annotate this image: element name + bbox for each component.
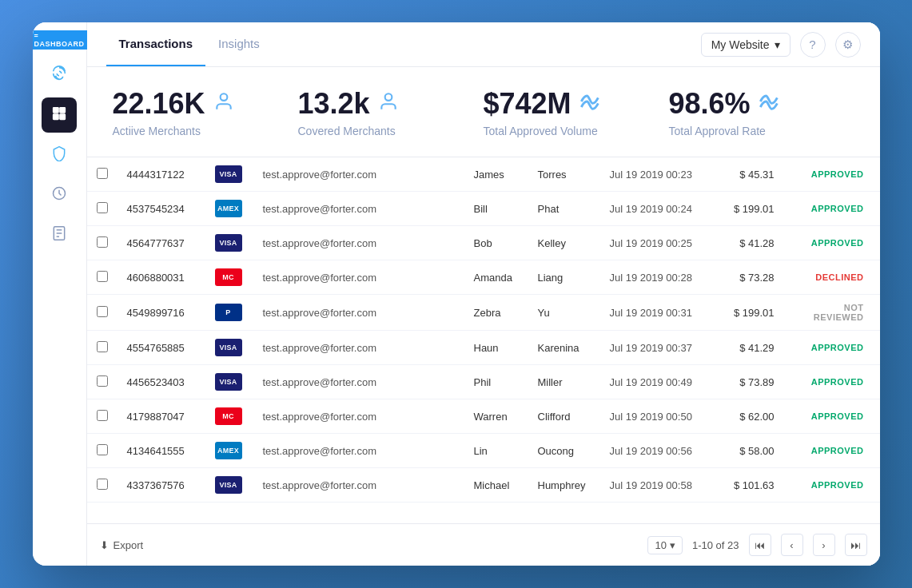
email: test.approve@forter.com bbox=[253, 226, 464, 260]
email: test.approve@forter.com bbox=[253, 434, 464, 468]
transaction-amount: $ 41.28 bbox=[720, 226, 784, 260]
app-shell: = DASHBOARD bbox=[33, 22, 880, 566]
transaction-date: Jul 19 2019 00:23 bbox=[600, 157, 720, 192]
row-checkbox[interactable] bbox=[97, 444, 108, 455]
card-type: VISA bbox=[205, 365, 253, 399]
transaction-id: 4537545234 bbox=[117, 192, 205, 226]
fingerprint-icon bbox=[50, 65, 68, 86]
tab-transactions[interactable]: Transactions bbox=[106, 22, 206, 66]
stat-total-approval-rate: 98.6% Total Approval Rate bbox=[669, 89, 854, 137]
transaction-id: 4554765885 bbox=[117, 331, 205, 365]
row-checkbox-cell bbox=[87, 226, 117, 260]
export-button[interactable]: ⬇ Export bbox=[100, 539, 144, 551]
row-checkbox[interactable] bbox=[97, 375, 108, 387]
clock-icon bbox=[51, 185, 67, 205]
covered-merchants-value: 13.2k bbox=[298, 89, 370, 118]
card-type: VISA bbox=[205, 226, 253, 260]
first-name: James bbox=[464, 157, 528, 192]
next-page-button[interactable]: › bbox=[813, 534, 835, 556]
last-page-button[interactable]: ⏭ bbox=[845, 534, 867, 556]
transaction-amount: $ 62.00 bbox=[720, 399, 784, 434]
sidebar-item-shield[interactable] bbox=[42, 137, 77, 173]
help-button[interactable]: ? bbox=[800, 32, 826, 58]
transaction-amount: $ 41.29 bbox=[720, 331, 784, 365]
transaction-id: 4179887047 bbox=[117, 399, 205, 434]
last-name: Liang bbox=[528, 260, 600, 295]
row-checkbox-cell bbox=[87, 468, 117, 503]
pagination: 10 ▾ 1-10 of 23 ⏮ ‹ › ⏭ bbox=[647, 534, 866, 556]
first-page-icon: ⏮ bbox=[755, 539, 765, 551]
row-checkbox[interactable] bbox=[97, 236, 108, 248]
table-footer: ⬇ Export 10 ▾ 1-10 of 23 ⏮ ‹ bbox=[87, 523, 880, 566]
transaction-id: 4606880031 bbox=[117, 260, 205, 295]
transaction-status: APPROVED bbox=[784, 434, 880, 468]
table-row: 4564777637 VISA test.approve@forter.com … bbox=[87, 226, 880, 260]
transactions-table: 4444317122 VISA test.approve@forter.com … bbox=[87, 157, 880, 503]
svg-rect-2 bbox=[54, 113, 59, 119]
email: test.approve@forter.com bbox=[253, 468, 464, 503]
email: test.approve@forter.com bbox=[253, 260, 464, 295]
row-checkbox[interactable] bbox=[97, 202, 108, 213]
next-icon: › bbox=[822, 539, 825, 551]
prev-page-button[interactable]: ‹ bbox=[781, 534, 803, 556]
page-size-selector[interactable]: 10 ▾ bbox=[647, 536, 682, 554]
table-row: 4606880031 MC test.approve@forter.com Am… bbox=[87, 260, 880, 295]
page-size-value: 10 bbox=[655, 539, 666, 551]
stat-active-merchants: 22.16K Actiive Merchants bbox=[113, 89, 298, 137]
row-checkbox[interactable] bbox=[97, 410, 108, 421]
first-name: Zebra bbox=[464, 295, 528, 331]
sidebar-item-dashboard[interactable] bbox=[42, 97, 77, 133]
active-merchants-label: Actiive Merchants bbox=[113, 125, 201, 137]
download-icon: ⬇ bbox=[100, 539, 109, 551]
card-type: P bbox=[205, 295, 253, 331]
table-row: 4337367576 VISA test.approve@forter.com … bbox=[87, 468, 880, 503]
reports-icon bbox=[51, 225, 67, 245]
transaction-date: Jul 19 2019 00:49 bbox=[600, 365, 720, 399]
transaction-id: 4337367576 bbox=[117, 468, 205, 503]
sidebar-item-reports[interactable] bbox=[42, 217, 77, 252]
row-checkbox[interactable] bbox=[97, 168, 108, 179]
row-checkbox[interactable] bbox=[97, 271, 108, 282]
dashboard-badge: = DASHBOARD bbox=[33, 30, 90, 50]
transaction-status: APPROVED bbox=[784, 157, 880, 192]
email: test.approve@forter.com bbox=[253, 331, 464, 365]
page-size-chevron: ▾ bbox=[670, 539, 675, 551]
first-page-button[interactable]: ⏮ bbox=[749, 534, 771, 556]
row-checkbox-cell bbox=[87, 192, 117, 226]
active-merchants-value: 22.16K bbox=[113, 89, 205, 118]
transaction-id: 4444317122 bbox=[117, 157, 205, 192]
email: test.approve@forter.com bbox=[253, 192, 464, 226]
row-checkbox[interactable] bbox=[97, 341, 108, 352]
sidebar: = DASHBOARD bbox=[33, 22, 87, 566]
svg-rect-0 bbox=[54, 107, 59, 113]
table-row: 4179887047 MC test.approve@forter.com Wa… bbox=[87, 399, 880, 434]
prev-icon: ‹ bbox=[790, 539, 793, 551]
transaction-id: 4564777637 bbox=[117, 226, 205, 260]
table-row: 4456523403 VISA test.approve@forter.com … bbox=[87, 365, 880, 399]
email: test.approve@forter.com bbox=[253, 157, 464, 192]
row-checkbox[interactable] bbox=[97, 306, 108, 317]
card-type: AMEX bbox=[205, 434, 253, 468]
row-checkbox-cell bbox=[87, 157, 117, 192]
transaction-amount: $ 199.01 bbox=[720, 192, 784, 226]
total-approval-rate-label: Total Approval Rate bbox=[669, 125, 766, 137]
tab-insights[interactable]: Insights bbox=[205, 22, 273, 66]
first-name: Bob bbox=[464, 226, 528, 260]
website-selector[interactable]: My Website ▾ bbox=[701, 33, 791, 57]
first-name: Amanda bbox=[464, 260, 528, 295]
transaction-id: 4456523403 bbox=[117, 365, 205, 399]
website-label: My Website bbox=[711, 38, 770, 51]
last-name: Humphrey bbox=[528, 468, 600, 503]
main-content: Transactions Insights My Website ▾ ? bbox=[87, 22, 880, 566]
browser-window: = DASHBOARD bbox=[33, 22, 880, 566]
table-row: 4444317122 VISA test.approve@forter.com … bbox=[87, 157, 880, 192]
last-name: Phat bbox=[528, 192, 600, 226]
last-name: Yu bbox=[528, 295, 600, 331]
sidebar-item-fingerprint[interactable] bbox=[42, 58, 77, 93]
row-checkbox[interactable] bbox=[97, 479, 108, 490]
transaction-date: Jul 19 2019 00:28 bbox=[600, 260, 720, 295]
page-info: 1-10 of 23 bbox=[692, 539, 739, 551]
settings-button[interactable]: ⚙ bbox=[835, 32, 861, 58]
row-checkbox-cell bbox=[87, 399, 117, 434]
sidebar-item-clock[interactable] bbox=[42, 177, 77, 213]
